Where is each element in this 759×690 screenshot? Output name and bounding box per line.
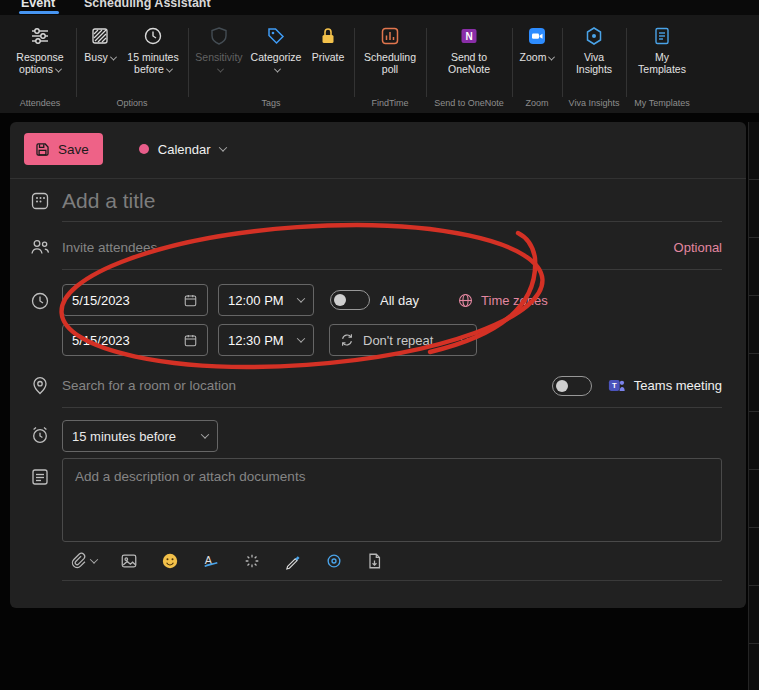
viva-insights-icon	[583, 23, 605, 48]
my-templates-button[interactable]: My Templates	[629, 18, 695, 78]
teams-icon: T	[608, 377, 626, 394]
chevron-down-icon	[90, 555, 98, 563]
sensitivity-label: Sensitivity	[195, 51, 242, 63]
chevron-down-icon	[460, 334, 468, 342]
save-icon	[34, 141, 51, 158]
reminder-dropdown[interactable]: 15 minutes before	[62, 420, 218, 452]
description-placeholder: Add a description or attach documents	[75, 469, 305, 484]
end-datetime-row: 5/15/2023 12:30 PM Don't repeat	[62, 322, 477, 358]
attendees-field[interactable]: Invite attendees Optional	[62, 226, 722, 270]
location-pin-icon	[28, 374, 52, 396]
sensitivity-icon	[208, 23, 230, 48]
my-templates-label: My Templates	[631, 51, 693, 76]
all-day-label: All day	[380, 293, 419, 308]
ribbon-group-findtime: Scheduling poll FindTime	[354, 18, 426, 113]
title-placeholder: Add a title	[62, 189, 155, 213]
ribbon-group-label-tags: Tags	[191, 96, 351, 113]
emoji-button[interactable]	[161, 552, 179, 570]
end-time-dropdown[interactable]: 12:30 PM	[218, 324, 314, 356]
scheduling-poll-icon	[379, 23, 401, 48]
description-editor[interactable]: Add a description or attach documents	[62, 458, 722, 542]
tab-scheduling-assistant[interactable]: Scheduling Assistant	[84, 0, 211, 10]
time-zones-link[interactable]: Time zones	[457, 292, 548, 309]
ribbon: Response options Attendees Busy	[0, 15, 759, 113]
categorize-tag-icon	[265, 23, 287, 48]
chevron-down-icon	[201, 430, 209, 438]
categorize-button[interactable]: Categorize	[247, 18, 305, 78]
description-icon	[28, 466, 52, 488]
highlighter-pen-button[interactable]	[284, 552, 302, 570]
save-button[interactable]: Save	[24, 133, 103, 165]
active-tab-indicator	[19, 11, 59, 14]
svg-text:N: N	[465, 31, 472, 42]
viva-insights-label: Viva Insights	[567, 51, 621, 76]
end-date-input[interactable]: 5/15/2023	[62, 324, 208, 356]
globe-icon	[457, 292, 474, 309]
chevron-down-icon	[217, 66, 224, 73]
paperclip-icon	[70, 552, 86, 570]
toggle-knob	[334, 294, 346, 306]
ribbon-group-tags: Sensitivity Categorize Private	[188, 18, 354, 113]
zoom-icon	[526, 23, 548, 48]
ribbon-group-templates: My Templates My Templates	[626, 18, 698, 113]
save-row: Save Calendar	[24, 133, 226, 165]
outlook-new-event-window: { "tabs": { "event": "Event", "schedulin…	[0, 0, 759, 690]
title-field[interactable]: Add a title	[62, 180, 722, 222]
reminder-ribbon-button[interactable]: 15 minutes before	[121, 18, 185, 78]
start-date-value: 5/15/2023	[72, 293, 130, 308]
chevron-down-icon	[55, 66, 62, 73]
datepicker-calendar-icon	[183, 333, 198, 348]
send-to-onenote-button[interactable]: N Send to OneNote	[429, 18, 509, 78]
all-day-toggle[interactable]	[330, 290, 370, 310]
private-button[interactable]: Private	[305, 18, 351, 65]
zoom-button[interactable]: Zoom	[515, 18, 559, 65]
insert-image-button[interactable]	[120, 552, 138, 570]
viva-insights-button[interactable]: Viva Insights	[565, 18, 623, 78]
chevron-down-icon	[110, 54, 117, 61]
busy-status-button[interactable]: Busy	[79, 18, 121, 65]
loop-component-button[interactable]	[325, 552, 343, 570]
background-calendar-strip	[748, 122, 759, 690]
teams-meeting-toggle[interactable]	[552, 376, 592, 396]
ribbon-group-label-options: Options	[79, 96, 185, 113]
attach-file-button[interactable]	[70, 552, 97, 570]
reminder-row: 15 minutes before	[62, 418, 722, 454]
scheduling-poll-button[interactable]: Scheduling poll	[357, 18, 423, 78]
busy-status-icon	[89, 23, 111, 48]
ribbon-tab-bar: Event Scheduling Assistant	[0, 0, 759, 15]
scheduling-poll-label: Scheduling poll	[359, 51, 421, 76]
sensitivity-button[interactable]: Sensitivity	[191, 18, 247, 78]
brightness-button[interactable]	[243, 552, 261, 570]
reminder-ribbon-label: 15 minutes before	[127, 51, 178, 75]
chevron-down-icon	[548, 54, 555, 61]
ribbon-group-label-zoom: Zoom	[515, 96, 559, 113]
location-field[interactable]: Search for a room or location T Teams me…	[62, 364, 722, 408]
zoom-label: Zoom	[520, 51, 547, 63]
ribbon-group-attendees: Response options Attendees	[4, 18, 76, 113]
ribbon-group-viva: Viva Insights Viva Insights	[562, 18, 626, 113]
repeat-dropdown[interactable]: Don't repeat	[329, 324, 477, 356]
time-zones-label: Time zones	[481, 293, 548, 308]
insert-document-button[interactable]	[366, 552, 383, 570]
save-label: Save	[58, 142, 89, 157]
private-lock-icon	[317, 23, 339, 48]
categorize-label: Categorize	[251, 51, 302, 63]
end-time-value: 12:30 PM	[228, 333, 284, 348]
font-color-button[interactable]: A	[202, 552, 220, 570]
my-templates-icon	[651, 23, 673, 48]
ribbon-group-options: Busy 15 minutes before Options	[76, 18, 188, 113]
response-options-label: Response options	[16, 51, 63, 75]
ribbon-group-onenote: N Send to OneNote Send to OneNote	[426, 18, 512, 113]
start-time-dropdown[interactable]: 12:00 PM	[218, 284, 314, 316]
optional-attendees-link[interactable]: Optional	[674, 240, 722, 255]
editor-toolbar: A	[62, 542, 722, 581]
datetime-clock-icon	[28, 290, 52, 312]
ribbon-group-zoom: Zoom Zoom	[512, 18, 562, 113]
calendar-selector[interactable]: Calendar	[139, 142, 226, 157]
chevron-down-icon	[297, 334, 305, 342]
start-datetime-row: 5/15/2023 12:00 PM All day Time zones	[62, 282, 548, 318]
response-options-button[interactable]: Response options	[7, 18, 73, 78]
start-date-input[interactable]: 5/15/2023	[62, 284, 208, 316]
tab-event[interactable]: Event	[21, 0, 55, 10]
header-divider	[10, 178, 746, 179]
